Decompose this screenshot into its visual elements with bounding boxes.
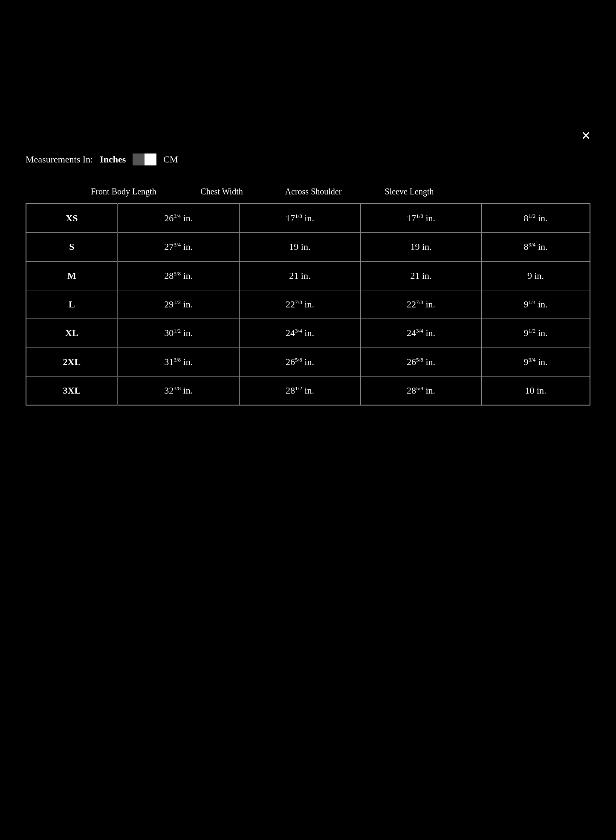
toggle-knob <box>133 154 145 165</box>
table-row: L291/2 in.227/8 in.227/8 in.91/4 in. <box>26 290 590 319</box>
table-cell: 243/4 in. <box>239 319 360 348</box>
table-cell: 265/8 in. <box>360 348 481 376</box>
table-cell: 91/2 in. <box>482 319 590 348</box>
table-row: XS263/4 in.171/8 in.171/8 in.81/2 in. <box>26 204 590 233</box>
table-row: 2XL313/8 in.265/8 in.265/8 in.93/4 in. <box>26 348 590 376</box>
table-cell: 21 in. <box>239 261 360 290</box>
table-cell: 19 in. <box>239 233 360 261</box>
table-cell: 243/4 in. <box>360 319 481 348</box>
table-cell: 281/2 in. <box>239 376 360 405</box>
table-cell: 81/2 in. <box>482 204 590 233</box>
table-cell: 171/8 in. <box>360 204 481 233</box>
table-cell: 285/8 in. <box>360 376 481 405</box>
col-header-across-shoulder: Across Shoulder <box>264 182 362 203</box>
size-table: XS263/4 in.171/8 in.171/8 in.81/2 in.S27… <box>26 203 590 406</box>
table-cell: 263/4 in. <box>118 204 240 233</box>
col-header-size <box>26 182 68 203</box>
measurements-label: Measurements In: <box>26 154 93 165</box>
table-row: 3XL323/8 in.281/2 in.285/8 in.10 in. <box>26 376 590 405</box>
table-row: XL301/2 in.243/4 in.243/4 in.91/2 in. <box>26 319 590 348</box>
table-row: S273/4 in.19 in.19 in.83/4 in. <box>26 233 590 261</box>
table-cell: 291/2 in. <box>118 290 240 319</box>
table-cell: 19 in. <box>360 233 481 261</box>
unit-toggle-switch[interactable] <box>133 154 156 165</box>
table-cell: 2XL <box>26 348 118 376</box>
table-cell: 91/4 in. <box>482 290 590 319</box>
table-cell: 9 in. <box>482 261 590 290</box>
close-button[interactable]: × <box>581 128 590 143</box>
col-header-chest-width: Chest Width <box>179 182 264 203</box>
table-cell: 171/8 in. <box>239 204 360 233</box>
size-table-wrapper: Front Body Length Chest Width Across Sho… <box>26 182 590 406</box>
table-cell: XS <box>26 204 118 233</box>
table-cell: 10 in. <box>482 376 590 405</box>
table-cell: XL <box>26 319 118 348</box>
table-cell: 285/8 in. <box>118 261 240 290</box>
table-cell: 21 in. <box>360 261 481 290</box>
modal-content: Measurements In: Inches CM Front Body Le… <box>26 154 590 406</box>
table-cell: 227/8 in. <box>239 290 360 319</box>
table-cell: 83/4 in. <box>482 233 590 261</box>
table-cell: S <box>26 233 118 261</box>
table-cell: 3XL <box>26 376 118 405</box>
col-header-sleeve-length: Sleeve Length <box>362 182 456 203</box>
table-cell: M <box>26 261 118 290</box>
table-row: M285/8 in.21 in.21 in.9 in. <box>26 261 590 290</box>
unit-inches-label: Inches <box>100 154 126 165</box>
table-cell: L <box>26 290 118 319</box>
table-cell: 227/8 in. <box>360 290 481 319</box>
table-column-headers: Front Body Length Chest Width Across Sho… <box>26 182 590 203</box>
table-cell: 313/8 in. <box>118 348 240 376</box>
col-header-front-body-length: Front Body Length <box>68 182 179 203</box>
table-cell: 93/4 in. <box>482 348 590 376</box>
unit-cm-label: CM <box>163 154 178 165</box>
measurements-toggle-row: Measurements In: Inches CM <box>26 154 590 165</box>
table-cell: 273/4 in. <box>118 233 240 261</box>
table-cell: 301/2 in. <box>118 319 240 348</box>
table-cell: 323/8 in. <box>118 376 240 405</box>
table-cell: 265/8 in. <box>239 348 360 376</box>
